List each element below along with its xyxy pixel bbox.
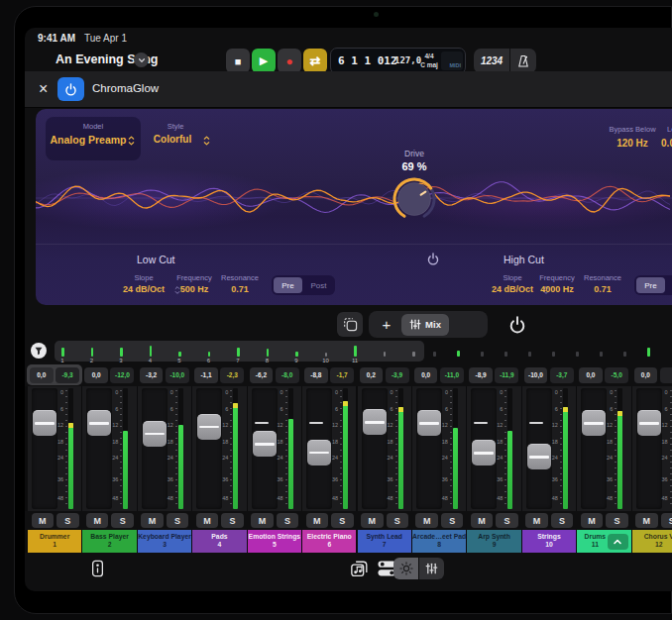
solo-button[interactable]: S [496,513,518,528]
peak-db-value[interactable]: -11,9 [495,367,518,383]
solo-button[interactable]: S [167,513,189,528]
track-name-3[interactable]: Keyboard Player3 [138,530,191,553]
mute-button[interactable]: M [525,513,548,528]
solo-button[interactable]: S [661,513,672,528]
mix-view-button[interactable]: Mix [401,314,449,336]
volume-db-value[interactable]: 0,0 [414,367,438,383]
mute-button[interactable]: M [415,513,438,528]
fader-handle[interactable] [143,421,167,447]
track-name-2[interactable]: Bass Player2 [82,530,136,553]
mute-button[interactable]: M [251,513,274,528]
volume-db-value[interactable]: -8,9 [469,367,493,383]
mute-button[interactable]: M [86,513,109,528]
song-menu-button[interactable] [134,52,149,67]
solo-button[interactable]: S [56,513,79,528]
peak-db-value[interactable]: -8,0 [276,367,299,383]
mute-button[interactable]: M [581,513,604,528]
fader-handle[interactable] [472,440,496,465]
volume-db-value[interactable]: 0,0 [30,367,54,383]
volume-db-value[interactable]: 0,2 [360,367,384,383]
track-name-7[interactable]: Synth Lead7 [358,530,411,553]
add-plugin-button[interactable]: + [375,313,398,336]
mixer-view-button[interactable] [419,558,444,579]
close-plugin-button[interactable]: × [39,79,48,99]
fader-handle[interactable] [197,414,221,440]
peak-db-value[interactable]: -12,0 [110,367,134,383]
fader-handle[interactable] [582,410,606,436]
track-name-8[interactable]: Arcade…eet Pad8 [412,530,466,553]
track-name-9[interactable]: Arp Synth9 [467,530,520,553]
track-name-12[interactable]: Chorus V12 [632,530,672,553]
solo-button[interactable]: S [606,513,628,528]
peak-db-value[interactable]: -3,7 [550,367,574,383]
peak-db-value[interactable]: -3,9 [386,367,409,383]
fader-handle[interactable] [527,444,551,469]
mute-button[interactable]: M [306,513,329,528]
peak-db-value[interactable]: -2,3 [220,367,244,383]
fader-handle[interactable] [87,410,111,436]
peak-db-value[interactable]: -11,0 [440,367,464,383]
high-cut-resonance-value[interactable]: 0.71 [577,284,628,294]
track-name-1[interactable]: Drummer1 [28,530,81,553]
solo-button[interactable]: S [331,513,354,528]
duplicate-strip-button[interactable] [337,312,363,337]
high-cut-pre-post[interactable]: Pre Post [634,275,672,295]
post-option[interactable]: Post [667,277,672,293]
peak-db-value[interactable]: -5,0 [605,367,628,383]
track-name-4[interactable]: Pads4 [192,530,246,553]
fader-handle[interactable] [33,410,56,436]
volume-db-value[interactable]: -1,1 [194,367,218,383]
metronome-button[interactable] [510,49,536,73]
strip-power-button[interactable] [458,316,577,334]
volume-db-value[interactable]: -3,2 [140,367,164,383]
level-value[interactable]: 0.0 [646,138,672,149]
track-overview[interactable]: 1234567891011 [25,341,672,364]
collapse-chevron-button[interactable] [608,534,628,550]
mute-button[interactable]: M [32,513,55,528]
solo-button[interactable]: S [441,513,464,528]
solo-button[interactable]: S [221,513,244,528]
mute-button[interactable]: M [635,513,658,528]
mute-button[interactable]: M [471,513,494,528]
play-button[interactable]: ▶ [252,49,276,73]
solo-button[interactable]: S [277,513,299,528]
controls-view-button[interactable] [393,558,418,579]
volume-db-value[interactable]: 0,0 [84,367,108,383]
fader-handle[interactable] [363,409,387,435]
peak-db-value[interactable]: -9,3 [56,367,79,383]
fader-handle[interactable] [637,410,661,436]
style-selector[interactable]: Style Colorful [143,117,214,160]
model-selector[interactable]: Model Analog Preamp [46,117,141,160]
low-cut-resonance-value[interactable]: 0.71 [214,284,266,294]
record-button[interactable]: ● [278,49,301,73]
lcd-display[interactable]: 6 1 1 012 127,0 4/4C maj MIDI [330,48,466,74]
drive-knob[interactable] [390,174,439,224]
solo-button[interactable]: S [111,513,134,528]
solo-button[interactable]: S [387,513,409,528]
cycle-button[interactable]: ⇄ [303,49,327,73]
pre-option[interactable]: Pre [274,277,302,293]
fader-handle[interactable] [417,410,441,436]
volume-db-value[interactable]: 0,0 [634,367,658,383]
solo-button[interactable]: S [551,513,574,528]
mute-button[interactable]: M [196,513,219,528]
low-cut-pre-post[interactable]: Pre Post [272,275,335,295]
keyboard-icon[interactable] [91,560,104,577]
volume-db-value[interactable]: 0,0 [579,367,603,383]
low-cut-slope-value[interactable]: 24 dB/Oct [114,284,173,294]
track-name-5[interactable]: Emotion Strings5 [248,530,301,553]
volume-db-value[interactable]: -10,0 [524,367,548,383]
fader-handle[interactable] [307,440,331,465]
volume-db-value[interactable]: -6,2 [250,367,274,383]
post-option[interactable]: Post [304,277,333,293]
count-in-button[interactable]: 1234 [474,49,509,73]
fader-handle[interactable] [253,431,277,457]
mute-button[interactable]: M [361,513,384,528]
track-name-10[interactable]: Strings10 [522,530,576,553]
mute-button[interactable]: M [141,513,164,528]
track-name-6[interactable]: Electric Piano6 [302,530,356,553]
peak-db-value[interactable]: -1,7 [330,367,354,383]
volume-db-value[interactable]: -8,8 [304,367,328,383]
track-name-11[interactable]: Drums11 [577,530,630,553]
peak-db-value[interactable] [660,367,672,383]
